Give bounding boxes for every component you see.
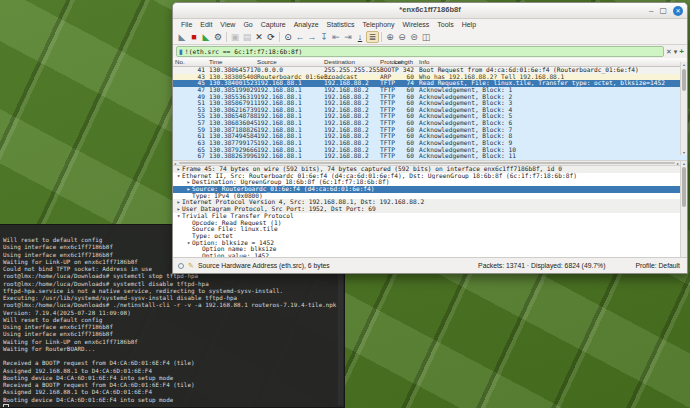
detail-text: Type: IPv4 (0x0800) [192,193,263,199]
menu-statistics[interactable]: Statistics [323,21,359,28]
maximize-button[interactable]: ▢ [659,4,667,17]
packet-list: 41130.3806457170.0.0.0255.255.255.255BOO… [173,67,687,160]
cell-time: 130.388263996 [209,153,257,160]
zoom-in-icon[interactable]: ⊕ [384,31,396,43]
column-header-no[interactable]: No. [175,58,205,66]
detail-row[interactable]: ▸User Datagram Protocol, Src Port: 1952,… [173,206,687,213]
menu-edit[interactable]: Edit [196,21,216,28]
menu-go[interactable]: Go [239,21,256,28]
scroll-up-icon[interactable]: ▴ [681,62,687,67]
capture-options-icon[interactable]: ⚙ [212,31,224,43]
column-header-time[interactable]: Time [209,58,223,66]
detail-row[interactable]: ▾Trivial File Transfer Protocol [173,213,687,220]
menu-telephony[interactable]: Telephony [359,21,399,28]
menu-tools[interactable]: Tools [433,21,457,28]
column-header-dst[interactable]: Destination [324,58,355,66]
column-header-info[interactable]: Info [419,58,429,66]
expander-icon[interactable]: ▾ [175,213,182,220]
expander-icon[interactable]: ▸ [185,186,192,193]
packet-list-vscrollbar[interactable]: ▴ ▾ [680,62,687,155]
expander-icon[interactable]: ▸ [185,179,192,186]
auto-scroll-icon[interactable]: ↓ [354,31,366,43]
detail-row[interactable]: ▾Ethernet II, Src: Routerboardc_01:6e:f4… [173,173,687,180]
toolbar-separator [279,32,280,42]
menu-wireless[interactable]: Wireless [398,21,433,28]
menu-help[interactable]: Help [458,21,480,28]
menu-view[interactable]: View [216,21,239,28]
clear-filter-icon[interactable]: ✕ [666,47,672,56]
detail-row[interactable]: ▸Source: Routerboardc_01:6e:f4 (d4:ca:6d… [173,186,687,193]
zoom-out-icon[interactable]: ⊖ [396,31,408,43]
status-field-info: Source Hardware Address (eth.src), 6 byt… [198,262,330,269]
title-bar[interactable]: *enx6c1ff7186b8f – ▢ ✕ [173,3,687,19]
status-bar: ✎ Source Hardware Address (eth.src), 6 b… [173,257,687,273]
scroll-down-icon[interactable]: ▾ [681,150,687,155]
scroll-up-icon[interactable]: ▴ [681,161,687,166]
reload-icon[interactable]: ⟳ [265,31,277,43]
expander-icon[interactable]: ▸ [175,199,182,206]
capture-comment-icon[interactable]: ✎ [188,262,194,270]
go-back-icon[interactable]: ← [294,31,306,43]
terminal-line: Waiting for Link-UP on enx6c1ff7186b8f [3,339,344,346]
start-capture-icon[interactable]: ◣ [176,31,188,43]
menu-capture[interactable]: Capture [257,21,290,28]
stop-capture-icon[interactable]: ■ [188,31,200,43]
terminal-line: Received a BOOTP request from D4:CA:6D:0… [3,360,344,367]
find-packet-icon[interactable]: ⊙ [282,31,294,43]
menu-analyze[interactable]: Analyze [290,21,323,28]
minimize-button[interactable]: – [649,4,653,17]
details-vscrollbar[interactable]: ▴ ▾ [680,161,687,260]
filter-bookmark-icon[interactable]: ▮ [179,47,183,56]
go-to-packet-icon[interactable]: ↧ [318,31,330,43]
detail-row[interactable]: Option name: blksize [173,246,687,253]
main-toolbar: ◣■◣⚙▣▤✕⟳⊙←→↧⇤⇥↓≣⊕⊖⊜◫ [173,30,687,45]
wireshark-window: *enx6c1ff7186b8f – ▢ ✕ FileEditViewGoCap… [172,2,688,274]
detail-text: Opcode: Read Request (1) [192,220,281,226]
indent-spacer [185,193,192,200]
detail-row[interactable]: ▸Frame 45: 74 bytes on wire (592 bits), … [173,166,687,173]
display-filter-input[interactable]: ▮ !(eth.src == 6c:1f:f7:18:6b:8f) [176,46,664,57]
detail-row[interactable]: Type: octet [173,233,687,240]
detail-row[interactable]: Opcode: Read Request (1) [173,220,687,227]
detail-row[interactable]: ▸Internet Protocol Version 4, Src: 192.1… [173,199,687,206]
column-header-len[interactable]: Length [394,58,413,66]
cell-dst: 192.168.88.2 [324,153,369,160]
expert-info-icon[interactable] [178,263,184,269]
packet-list-header[interactable]: No.TimeSourceDestinationProtocolLengthIn… [173,58,687,67]
zoom-100-icon[interactable]: ⊜ [408,31,420,43]
filter-dropdown-icon[interactable]: ▾ [674,47,678,56]
filter-bar: ▮ !(eth.src == 6c:1f:f7:18:6b:8f) ✕ ▾ + [173,45,687,58]
detail-row[interactable]: ▸Destination: UgreenGroup_18:6b:8f (6c:1… [173,179,687,186]
add-filter-button[interactable]: + [679,47,684,56]
hscroll-thumb[interactable] [179,162,675,164]
column-header-src[interactable]: Source [257,58,277,66]
close-capture-icon[interactable]: ✕ [253,31,265,43]
colorize-icon[interactable]: ≣ [366,31,379,43]
terminal-line: Version: 7.19.4(2025-07-28 11:09:08) [3,310,344,317]
last-packet-icon[interactable]: ⇥ [342,31,354,43]
detail-row[interactable]: Type: IPv4 (0x0800) [173,193,687,200]
expander-icon[interactable]: ▾ [175,173,182,180]
detail-row[interactable]: Source File: linux.tile [173,226,687,233]
detail-text: Destination: UgreenGroup_18:6b:8f (6c:1f… [192,179,389,185]
status-profile[interactable]: Profile: Default [635,262,680,269]
expander-icon[interactable]: ▸ [175,166,182,173]
terminal-line: Will reset to default config [3,317,344,324]
go-forward-icon[interactable]: → [306,31,318,43]
terminal-cursor-line [3,404,344,408]
terminal-line: tftpd-hpa.service is not a native servic… [3,288,344,295]
first-packet-icon[interactable]: ⇤ [330,31,342,43]
close-button[interactable]: ✕ [673,6,683,16]
terminal-line: Waiting for RouterBOARD... [3,346,344,353]
expander-icon[interactable]: ▸ [175,206,182,213]
vscroll-thumb[interactable] [682,69,686,91]
expander-icon[interactable]: ▾ [185,240,192,247]
restart-capture-icon[interactable]: ◣ [200,31,212,43]
terminal-line: Using interface enx6c1ff7186b8f [3,331,344,338]
terminal-line: Executing: /usr/lib/systemd/systemd-sysv… [3,295,344,302]
menu-file[interactable]: File [177,21,196,28]
packet-row[interactable]: 67130.388263996192.168.88.1192.168.88.2T… [173,153,687,160]
detail-row[interactable]: ▾Option: blksize = 1452 [173,240,687,247]
resize-columns-icon[interactable]: ◫ [420,31,432,43]
vscroll-thumb[interactable] [682,167,686,207]
